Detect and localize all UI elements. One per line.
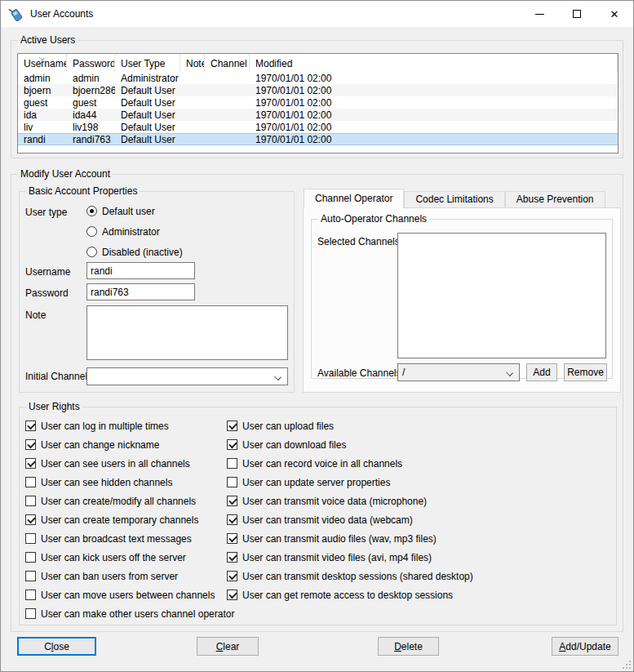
add-button[interactable]: Add — [526, 363, 557, 381]
radio-selected-icon — [86, 206, 97, 216]
checkbox-user-can-transmit-video-data-webcam[interactable]: User can transmit video data (webcam) — [227, 514, 473, 525]
maximize-button[interactable] — [558, 1, 596, 27]
remove-button[interactable]: Remove — [564, 363, 607, 381]
table-row-guest[interactable]: guestguestDefault User1970/01/01 02:00 — [18, 96, 618, 109]
checkbox-user-can-change-nickname[interactable]: User can change nickname — [25, 439, 234, 450]
password-field[interactable] — [86, 283, 195, 300]
user-type-radiogroup: Default userAdministratorDisabled (inact… — [86, 206, 183, 267]
table-cell: ida — [18, 109, 67, 121]
basic-account-properties-label: Basic Account Properties — [26, 185, 140, 197]
checkbox-user-can-create-temporary-channels[interactable]: User can create temporary channels — [25, 514, 234, 525]
checkbox-user-can-broadcast-text-messages[interactable]: User can broadcast text messages — [25, 533, 234, 544]
table-row-liv[interactable]: livliv198Default User1970/01/01 02:00 — [18, 121, 618, 133]
window-title: User Accounts — [30, 8, 93, 20]
table-cell: randi — [18, 134, 67, 145]
column-header-label: Modified — [255, 58, 292, 69]
checkbox-user-can-transmit-desktop-sessions-shared-desktop[interactable]: User can transmit desktop sessions (shar… — [227, 571, 473, 581]
table-cell: Default User — [115, 134, 180, 145]
tab-codec-limitations[interactable]: Codec Limitations — [404, 191, 504, 207]
column-header-label: Channel — [211, 58, 247, 69]
radio-default-user[interactable]: Default user — [86, 206, 183, 216]
column-header-label: Username — [24, 58, 67, 69]
column-header-username[interactable]: Username — [18, 54, 67, 72]
table-cell: guest — [67, 97, 115, 109]
user-rights-left-column: User can log in multiple timesUser can c… — [25, 421, 234, 627]
table-row-bjoern[interactable]: bjoernbjoern286Default User1970/01/01 02… — [18, 84, 618, 96]
checkbox-unchecked-icon — [227, 477, 237, 487]
checkbox-user-can-transmit-audio-files-wav-mp3-files[interactable]: User can transmit audio files (wav, mp3 … — [227, 533, 473, 544]
table-row-ida[interactable]: idaida44Default User1970/01/01 02:00 — [18, 109, 618, 121]
table-cell: 1970/01/01 02:00 — [250, 122, 618, 133]
radio-disabled-inactive[interactable]: Disabled (inactive) — [86, 247, 183, 257]
checkbox-user-can-transmit-voice-data-microphone[interactable]: User can transmit voice data (microphone… — [227, 496, 473, 506]
checkbox-label: User can download files — [242, 439, 346, 451]
radio-administrator[interactable]: Administrator — [86, 226, 183, 237]
checkbox-user-can-get-remote-access-to-desktop-sessions[interactable]: User can get remote access to desktop se… — [227, 590, 473, 600]
checkbox-user-can-see-users-in-all-channels[interactable]: User can see users in all channels — [25, 458, 234, 469]
available-channels-label: Available Channels — [317, 367, 401, 379]
user-rights-label: User Rights — [26, 401, 82, 412]
checkbox-unchecked-icon — [25, 477, 36, 487]
checkbox-checked-icon — [227, 421, 237, 431]
radio-unselected-icon — [86, 226, 97, 237]
initial-channel-label: Initial Channel — [25, 371, 87, 382]
checkbox-user-can-ban-users-from-server[interactable]: User can ban users from server — [25, 571, 234, 581]
clear-button[interactable]: Clear — [197, 637, 259, 656]
table-cell: admin — [67, 73, 115, 84]
close-window-button[interactable]: ✕ — [596, 1, 633, 27]
checkbox-user-can-log-in-multiple-times[interactable]: User can log in multiple times — [25, 421, 234, 431]
column-header-password[interactable]: Password — [67, 54, 115, 72]
checkbox-user-can-move-users-between-channels[interactable]: User can move users between channels — [25, 590, 234, 600]
close-icon: ✕ — [610, 9, 619, 20]
table-cell: Default User — [115, 122, 180, 133]
add-update-button[interactable]: Add/Update — [552, 637, 618, 656]
delete-button[interactable]: Delete — [378, 637, 439, 656]
table-body: adminadminAdministrator1970/01/01 02:00b… — [18, 72, 618, 145]
note-label: Note — [25, 309, 46, 321]
resize-grip-icon[interactable] — [620, 658, 631, 669]
initial-channel-combobox[interactable] — [86, 367, 288, 385]
available-channels-combobox[interactable]: / — [397, 363, 520, 381]
tab-abuse-prevention[interactable]: Abuse Prevention — [505, 191, 605, 207]
selected-channels-listbox[interactable] — [397, 233, 606, 358]
checkbox-checked-icon — [25, 421, 36, 431]
checkbox-user-can-see-hidden-channels[interactable]: User can see hidden channels — [25, 477, 234, 487]
checkbox-checked-icon — [227, 533, 237, 544]
note-field[interactable] — [86, 305, 288, 360]
column-header-note[interactable]: Note — [180, 54, 205, 72]
checkbox-checked-icon — [227, 496, 237, 506]
checkbox-user-can-record-voice-in-all-channels[interactable]: User can record voice in all channels — [227, 458, 473, 469]
checkbox-checked-icon — [227, 514, 237, 525]
checkbox-user-can-create-modify-all-channels[interactable]: User can create/modify all channels — [25, 496, 234, 506]
username-field[interactable] — [86, 262, 195, 279]
tab-channel-operator[interactable]: Channel Operator — [304, 189, 404, 208]
minimize-button[interactable] — [521, 1, 558, 27]
column-header-modified[interactable]: Modified — [250, 54, 618, 72]
checkbox-label: User can create/modify all channels — [41, 496, 196, 507]
checkbox-unchecked-icon — [25, 571, 36, 581]
checkbox-checked-icon — [227, 590, 237, 600]
table-cell: liv198 — [67, 122, 115, 133]
column-header-user-type[interactable]: User Type — [115, 54, 180, 72]
checkbox-user-can-update-server-properties[interactable]: User can update server properties — [227, 477, 473, 487]
checkbox-user-can-make-other-users-channel-operator[interactable]: User can make other users channel operat… — [25, 608, 234, 619]
checkbox-user-can-upload-files[interactable]: User can upload files — [227, 421, 473, 431]
table-row-admin[interactable]: adminadminAdministrator1970/01/01 02:00 — [18, 72, 618, 84]
checkbox-user-can-download-files[interactable]: User can download files — [227, 439, 473, 450]
checkbox-label: User can change nickname — [41, 439, 159, 451]
checkbox-label: User can transmit video data (webcam) — [242, 514, 413, 526]
table-cell: randi763 — [67, 134, 115, 145]
table-row-randi[interactable]: randirandi763Default User1970/01/01 02:0… — [18, 133, 618, 145]
checkbox-user-can-kick-users-off-the-server[interactable]: User can kick users off the server — [25, 552, 234, 563]
checkbox-label: User can update server properties — [242, 477, 390, 488]
column-header-channel[interactable]: Channel — [205, 54, 250, 72]
column-header-label: User Type — [121, 58, 165, 69]
user-accounts-window: User Accounts ✕ Active Users UsernamePas… — [0, 0, 634, 672]
table-cell: 1970/01/01 02:00 — [250, 109, 618, 121]
checkbox-user-can-transmit-video-files-avi-mp4-files[interactable]: User can transmit video files (avi, mp4 … — [227, 552, 473, 563]
table-cell: Administrator — [115, 73, 180, 84]
checkbox-unchecked-icon — [25, 552, 36, 563]
minimize-icon — [535, 14, 544, 15]
checkbox-unchecked-icon — [227, 458, 237, 469]
close-button[interactable]: Close — [17, 637, 96, 656]
